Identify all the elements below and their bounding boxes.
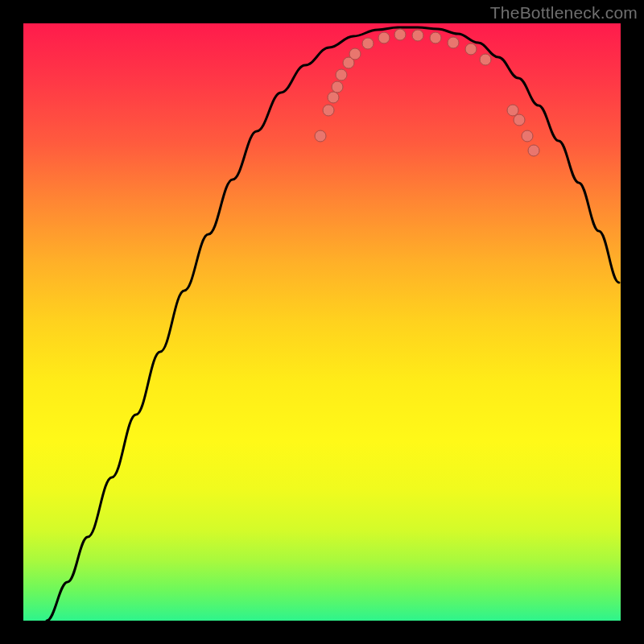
- data-marker: [465, 43, 477, 55]
- data-marker: [315, 130, 326, 142]
- bottleneck-curve: [47, 27, 619, 621]
- data-marker: [349, 48, 361, 60]
- data-marker: [332, 81, 343, 93]
- data-marker: [336, 69, 347, 80]
- data-marker: [507, 105, 518, 116]
- data-marker: [412, 30, 423, 41]
- chart-frame: TheBottleneck.com: [0, 0, 644, 644]
- data-marker: [448, 37, 459, 48]
- data-marker: [362, 38, 374, 49]
- data-marker: [378, 32, 390, 43]
- data-marker: [514, 114, 525, 126]
- data-markers: [315, 29, 539, 156]
- watermark-text: TheBottleneck.com: [490, 3, 638, 23]
- data-marker: [328, 92, 339, 103]
- data-marker: [528, 145, 539, 156]
- data-marker: [430, 32, 441, 43]
- data-marker: [323, 105, 334, 116]
- data-marker: [522, 130, 533, 142]
- data-marker: [394, 29, 406, 40]
- bottleneck-curve-svg: [23, 23, 621, 621]
- chart-plot-area: [23, 23, 621, 621]
- data-marker: [480, 54, 491, 65]
